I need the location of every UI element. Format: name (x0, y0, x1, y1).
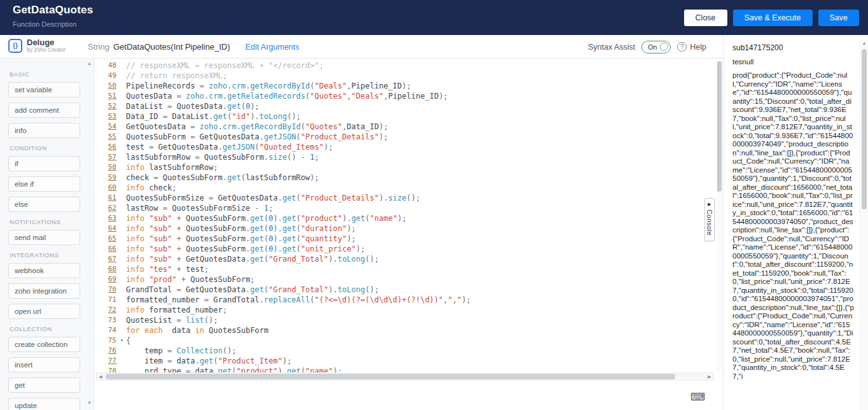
code-line-68[interactable]: 68info "tes" + test; (95, 264, 714, 274)
code-line-58[interactable]: 58info lastSubformRow; (95, 162, 714, 173)
line-number[interactable]: 50 (95, 81, 118, 91)
sidebar-item-else-if[interactable]: else if (8, 176, 80, 192)
sidebar-item-update[interactable]: update (8, 398, 80, 410)
code-text: { (126, 336, 130, 346)
line-number[interactable]: 56 (95, 142, 118, 152)
code-line-57[interactable]: 57lastSubformRow = QuotesSubForm.size() … (95, 152, 714, 162)
sidebar-scroll-down-icon[interactable]: ▼ (87, 400, 92, 405)
output-scroll-thumb[interactable] (862, 49, 867, 209)
syntax-assist-toggle[interactable]: On (641, 41, 671, 53)
output-scroll-up-icon[interactable]: ▲ (860, 41, 868, 45)
code-text: GrandTotal = GetQuotesData.get("Grand_To… (126, 285, 379, 295)
line-number: 48 (95, 60, 118, 71)
keyboard-shortcuts-icon[interactable]: ⌨ (690, 392, 705, 402)
line-number[interactable]: 58 (95, 162, 118, 173)
code-line-63[interactable]: 63info "sub" + QuotesSubForm.get(0).get(… (95, 213, 714, 223)
line-number[interactable]: 76 (95, 346, 118, 356)
gutter-spacer (118, 132, 126, 142)
code-line-64[interactable]: 64info "sub" + QuotesSubForm.get(0).get(… (95, 223, 714, 234)
code-line-52[interactable]: 52DataList = QuotesData.get(0); (95, 101, 714, 111)
line-number[interactable]: 57 (95, 152, 118, 162)
code-line-62[interactable]: 62lastRow = QuotesSubFormSize - 1; (95, 203, 714, 213)
code-line-72[interactable]: 72info formatted_number; (95, 305, 714, 315)
code-line-53[interactable]: 53Data_ID = DataList.get("id").toLong(); (95, 111, 714, 122)
scroll-left-icon[interactable]: ◀ (97, 373, 104, 380)
code-line-75[interactable]: 75▾{ (95, 336, 714, 346)
line-number[interactable]: 69 (95, 274, 118, 285)
code-line-65[interactable]: 65info "sub" + QuotesSubForm.get(0).get(… (95, 234, 714, 244)
sidebar-item-info[interactable]: info (8, 123, 80, 138)
gutter-spacer (118, 142, 126, 152)
line-number[interactable]: 67 (95, 254, 118, 264)
code-line-61[interactable]: 61QuotesSubFormSize = GetQuotesData.get(… (95, 193, 714, 203)
line-number[interactable]: 60 (95, 183, 118, 193)
line-number[interactable]: 70 (95, 285, 118, 295)
line-number[interactable]: 77 (95, 356, 118, 366)
code-line-54[interactable]: 54GetQuotesData = zoho.crm.getRecordById… (95, 122, 714, 132)
code-text: for each data in QuotesSubForm (126, 325, 269, 336)
sidebar-item-set-variable[interactable]: set variable (8, 82, 80, 97)
sidebar-item-insert[interactable]: insert (8, 357, 80, 372)
save-button[interactable]: Save (818, 10, 860, 26)
line-number[interactable]: 55 (95, 132, 118, 142)
sidebar-item-if[interactable]: if (8, 156, 80, 171)
vertical-scroll-thumb[interactable] (717, 61, 722, 192)
code-line-71[interactable]: 71formatted_number = GrandTotal.replaceA… (95, 295, 714, 305)
save-execute-button[interactable]: Save & Execute (733, 10, 813, 26)
code-line-73[interactable]: 73QuotesList = list(); (95, 315, 714, 325)
code-text: check = QuotesSubForm.get(lastSubformRow… (126, 173, 319, 183)
code-editor[interactable]: 48// responseXML = responseXML + "</reco… (95, 59, 723, 410)
console-tab[interactable]: ▶ Console (704, 198, 715, 241)
line-number[interactable]: 53 (95, 111, 118, 122)
line-number[interactable]: 54 (95, 122, 118, 132)
code-line-48[interactable]: 48// responseXML = responseXML + "</reco… (95, 60, 714, 71)
sidebar-item-else[interactable]: else (8, 197, 80, 212)
editor-vertical-scrollbar[interactable] (717, 60, 722, 373)
code-text: info lastSubformRow; (126, 162, 218, 173)
code-line-77[interactable]: 77 item = data.get("Product_Item"); (95, 356, 714, 366)
code-line-76[interactable]: 76 temp = Collection(); (95, 346, 714, 356)
code-line-49[interactable]: 49// return responseXML; (95, 71, 714, 81)
line-number[interactable]: 51 (95, 91, 118, 101)
edit-arguments-link[interactable]: Edit Arguments (246, 43, 300, 52)
horizontal-scroll-thumb[interactable] (106, 374, 675, 379)
code-line-74[interactable]: 74for each data in QuotesSubForm (95, 325, 714, 336)
sidebar-item-get[interactable]: get (8, 378, 80, 393)
sidebar-scroll-up-icon[interactable]: ▲ (87, 61, 92, 66)
code-line-70[interactable]: 70GrandTotal = GetQuotesData.get("Grand_… (95, 285, 714, 295)
code-line-60[interactable]: 60info check; (95, 183, 714, 193)
code-line-51[interactable]: 51QuotesData = zoho.crm.getRelatedRecord… (95, 91, 714, 101)
scroll-right-icon[interactable]: ▶ (706, 373, 713, 380)
line-number[interactable]: 72 (95, 305, 118, 315)
fold-caret-icon[interactable]: ▾ (118, 336, 126, 346)
sidebar-item-add-comment[interactable]: add comment (8, 102, 80, 118)
sidebar-item-send-mail[interactable]: send mail (8, 230, 80, 245)
line-number[interactable]: 66 (95, 244, 118, 254)
line-number[interactable]: 68 (95, 264, 118, 274)
code-line-50[interactable]: 50PipelineRecords = zoho.crm.getRecordBy… (95, 81, 714, 91)
line-number[interactable]: 61 (95, 193, 118, 203)
sidebar-item-webhook[interactable]: webhook (8, 263, 80, 278)
close-button[interactable]: Close (684, 10, 727, 26)
code-line-67[interactable]: 67info "sub" + GetQuotesData.get("Grand_… (95, 254, 714, 264)
code-text: DataList = QuotesData.get(0); (126, 101, 260, 111)
gutter-spacer (118, 213, 126, 223)
code-line-66[interactable]: 66info "sub" + QuotesSubForm.get(0).get(… (95, 244, 714, 254)
line-number[interactable]: 63 (95, 213, 118, 223)
help-button[interactable]: ? Help (677, 42, 706, 52)
code-line-55[interactable]: 55QuotesSubForm = GetQuotesData.getJSON(… (95, 132, 714, 142)
sidebar-item-zoho-integration[interactable]: zoho integration (8, 283, 80, 299)
line-number[interactable]: 64 (95, 223, 118, 234)
line-number[interactable]: 62 (95, 203, 118, 213)
sidebar-item-create-collection[interactable]: create collection (8, 337, 80, 352)
line-number[interactable]: 52 (95, 101, 118, 111)
code-line-69[interactable]: 69info "prod" + QuotesSubForm; (95, 274, 714, 285)
code-line-59[interactable]: 59check = QuotesSubForm.get(lastSubformR… (95, 173, 714, 183)
editor-horizontal-scrollbar[interactable]: ◀ ▶ (96, 372, 714, 381)
output-panel-scrollbar[interactable]: ▲ (860, 40, 868, 410)
code-line-56[interactable]: 56test = GetQuotesData.getJSON("Quoted_I… (95, 142, 714, 152)
line-number[interactable]: 59 (95, 173, 118, 183)
sidebar-item-open-url[interactable]: open url (8, 304, 80, 319)
line-number[interactable]: 65 (95, 234, 118, 244)
line-number: 74 (95, 325, 118, 336)
